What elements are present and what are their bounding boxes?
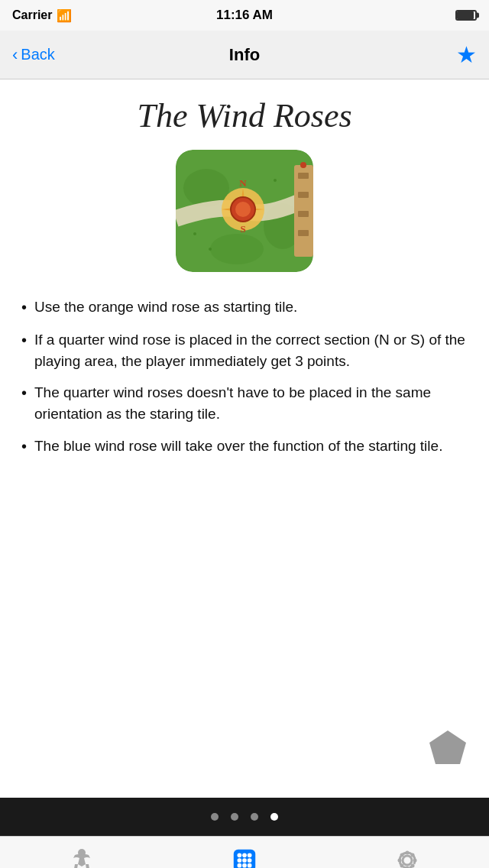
back-chevron-icon: ‹ <box>12 47 18 63</box>
svg-rect-8 <box>298 230 309 236</box>
page-dot-4-active[interactable] <box>270 813 278 821</box>
page-dot-3[interactable] <box>251 813 258 821</box>
page-dot-2[interactable] <box>231 813 238 821</box>
svg-point-34 <box>403 856 412 865</box>
svg-marker-22 <box>429 730 466 764</box>
svg-rect-7 <box>298 211 309 217</box>
page-content: The Wind Roses <box>0 79 489 798</box>
tab-randomize[interactable]: Randomize Settings <box>163 847 325 868</box>
svg-point-29 <box>242 858 247 863</box>
svg-rect-5 <box>298 173 309 179</box>
app-icon: N S <box>176 150 313 272</box>
tab-expansions[interactable]: Expansions <box>0 847 163 868</box>
svg-point-39 <box>413 859 417 863</box>
svg-point-21 <box>274 179 277 182</box>
bullet-item-4: The blue wind rose will take over the fu… <box>21 436 468 458</box>
svg-point-40 <box>400 853 404 857</box>
pentagon-icon <box>428 729 468 767</box>
bullet-item-3: The quarter wind roses doesn't have to b… <box>21 382 468 424</box>
bullet-item-2: If a quarter wind rose is placed in the … <box>21 329 468 371</box>
wifi-icon: 📶 <box>57 8 72 23</box>
nav-title: Info <box>229 45 260 65</box>
svg-point-16 <box>235 202 251 217</box>
svg-point-32 <box>242 863 247 868</box>
nav-bar: ‹ Back Info ★ <box>0 31 489 79</box>
svg-point-36 <box>406 851 410 855</box>
svg-point-30 <box>248 858 252 863</box>
page-title: The Wind Roses <box>21 98 468 134</box>
favorite-star-button[interactable]: ★ <box>456 41 477 68</box>
randomize-icon <box>231 847 258 868</box>
svg-point-20 <box>209 248 212 251</box>
svg-point-3 <box>210 234 264 264</box>
svg-point-41 <box>411 853 415 857</box>
expansions-icon <box>68 847 96 868</box>
bullet-list: Use the orange wind rose as starting til… <box>21 296 468 457</box>
back-button[interactable]: ‹ Back <box>12 46 55 63</box>
pentagon-container <box>428 729 468 770</box>
page-dot-1[interactable] <box>211 813 219 821</box>
svg-rect-6 <box>298 192 309 198</box>
svg-point-28 <box>238 858 242 863</box>
status-time: 11:16 AM <box>216 8 273 23</box>
tab-settings[interactable]: Settings <box>326 847 489 868</box>
status-bar: Carrier 📶 11:16 AM <box>0 0 489 31</box>
svg-point-19 <box>193 232 196 235</box>
main-content: The Wind Roses <box>0 79 489 798</box>
svg-point-33 <box>248 863 252 868</box>
app-icon-container: N S <box>21 150 468 275</box>
tab-bar: Expansions Randomize Settings <box>0 836 489 868</box>
svg-text:S: S <box>240 223 245 235</box>
page-dots <box>0 798 489 836</box>
svg-point-9 <box>300 162 306 168</box>
status-right <box>455 10 477 21</box>
carrier-label: Carrier <box>12 8 52 22</box>
svg-point-31 <box>238 863 242 868</box>
battery-icon <box>455 10 477 21</box>
svg-point-25 <box>238 853 242 858</box>
bullet-item-1: Use the orange wind rose as starting til… <box>21 296 468 319</box>
svg-point-27 <box>248 853 252 858</box>
svg-point-42 <box>400 864 404 868</box>
svg-point-26 <box>242 853 247 858</box>
svg-point-43 <box>411 864 415 868</box>
svg-text:N: N <box>239 177 247 189</box>
settings-icon <box>393 847 421 868</box>
back-label: Back <box>21 46 54 63</box>
compass-rose-image: N S <box>176 150 313 272</box>
status-left: Carrier 📶 <box>12 8 72 23</box>
svg-point-38 <box>398 859 402 863</box>
